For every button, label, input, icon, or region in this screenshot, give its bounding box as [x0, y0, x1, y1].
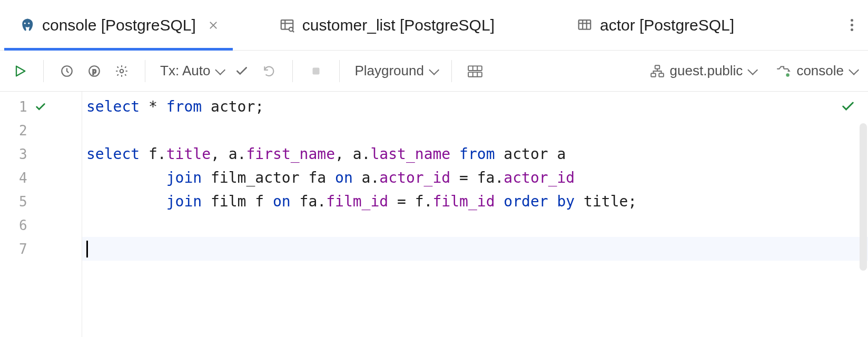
token: actor_id — [504, 169, 575, 186]
token — [86, 169, 166, 186]
token — [450, 145, 459, 163]
tabs-overflow-menu[interactable] — [851, 19, 853, 31]
code-line[interactable] — [82, 213, 868, 237]
history-button[interactable] — [55, 60, 78, 83]
tab-customer-list[interactable]: customer_list [PostgreSQL] — [264, 0, 509, 50]
svg-rect-14 — [659, 73, 664, 76]
svg-rect-13 — [651, 73, 656, 76]
gutter-line[interactable]: 4 — [0, 166, 82, 190]
playground-dropdown[interactable]: Playground — [351, 63, 440, 79]
text-caret — [86, 241, 88, 257]
token: fa. — [291, 193, 326, 210]
chevron-down-icon — [849, 64, 859, 75]
gutter-line[interactable]: 7 — [0, 237, 82, 261]
tab-label: console [PostgreSQL] — [42, 16, 196, 34]
run-button[interactable] — [8, 60, 32, 83]
gutter-line[interactable]: 1 — [0, 95, 82, 118]
query-toolbar: p Tx: Auto Playground guest.public — [0, 51, 868, 92]
tab-label: customer_list [PostgreSQL] — [302, 16, 495, 34]
separator — [43, 60, 44, 82]
table-icon — [577, 17, 593, 33]
editor-tabs-bar: console [PostgreSQL] customer_list [Post… — [0, 0, 868, 51]
statement-ok-icon — [35, 101, 46, 113]
token: on — [335, 169, 353, 186]
token: film_id — [326, 193, 388, 210]
chevron-down-icon — [215, 64, 226, 75]
session-dropdown[interactable]: console — [772, 63, 860, 79]
explain-plan-button[interactable]: p — [83, 60, 106, 83]
svg-point-0 — [24, 22, 26, 24]
token: from — [166, 98, 202, 115]
token: title; — [575, 193, 637, 210]
line-number: 6 — [19, 217, 27, 233]
separator — [145, 60, 145, 82]
gutter-line[interactable]: 2 — [0, 118, 82, 142]
token: on — [273, 193, 291, 210]
gutter-line[interactable]: 6 — [0, 213, 82, 237]
commit-button[interactable] — [230, 60, 253, 83]
token: , a. — [211, 145, 246, 163]
line-number: 2 — [19, 123, 27, 138]
line-number: 4 — [19, 170, 27, 186]
token: join — [166, 193, 202, 210]
sql-editor[interactable]: 1234567 select * from actor;select f.tit… — [0, 92, 868, 337]
chevron-down-icon — [429, 64, 439, 75]
rollback-button[interactable] — [258, 60, 281, 83]
svg-rect-10 — [468, 66, 482, 71]
datasource-icon — [775, 64, 791, 78]
token: select — [86, 145, 140, 163]
token: order by — [504, 193, 575, 210]
token: = fa. — [450, 169, 504, 186]
session-label: console — [796, 63, 844, 79]
editor-gutter: 1234567 — [0, 92, 82, 337]
code-line[interactable]: select * from actor; — [82, 95, 868, 118]
code-line[interactable]: join film f on fa.film_id = f.film_id or… — [82, 190, 868, 213]
token: f. — [140, 145, 166, 163]
svg-rect-11 — [468, 72, 482, 77]
schema-dropdown[interactable]: guest.public — [647, 63, 759, 79]
token: a. — [353, 169, 380, 186]
in-editor-results-button[interactable] — [463, 60, 487, 83]
token: film f — [202, 193, 273, 210]
token — [495, 193, 504, 210]
token: actor; — [202, 98, 264, 115]
inspection-ok-icon[interactable] — [841, 99, 855, 114]
svg-point-8 — [120, 69, 124, 73]
code-line[interactable]: join film_actor fa on a.actor_id = fa.ac… — [82, 166, 868, 190]
schema-label: guest.public — [670, 63, 743, 79]
tx-mode-label: Tx: Auto — [160, 63, 210, 79]
tab-console[interactable]: console [PostgreSQL] — [4, 0, 233, 50]
token: = f. — [388, 193, 432, 210]
svg-point-15 — [786, 73, 790, 76]
gutter-line[interactable]: 3 — [0, 142, 82, 166]
code-line[interactable] — [82, 118, 868, 142]
svg-point-1 — [28, 22, 29, 24]
table-search-icon — [279, 17, 295, 33]
gutter-line[interactable]: 5 — [0, 190, 82, 213]
token: from — [459, 145, 495, 163]
separator — [292, 60, 293, 82]
settings-button[interactable] — [110, 60, 133, 83]
editor-scrollbar[interactable] — [860, 123, 867, 271]
token: film_actor fa — [202, 169, 335, 186]
svg-point-3 — [289, 27, 293, 31]
token: * — [140, 98, 166, 115]
separator — [451, 60, 452, 82]
stop-button[interactable] — [304, 60, 328, 83]
svg-rect-12 — [655, 65, 659, 68]
tab-actor[interactable]: actor [PostgreSQL] — [562, 0, 749, 50]
close-icon[interactable] — [209, 21, 218, 30]
token — [86, 193, 166, 210]
svg-text:p: p — [92, 67, 96, 75]
svg-rect-9 — [313, 67, 320, 74]
line-number: 1 — [19, 99, 27, 115]
token: film_id — [432, 193, 495, 210]
code-line[interactable] — [82, 237, 868, 261]
postgres-icon — [19, 17, 35, 33]
tx-mode-dropdown[interactable]: Tx: Auto — [157, 63, 226, 79]
tab-label: actor [PostgreSQL] — [600, 16, 734, 34]
editor-code[interactable]: select * from actor;select f.title, a.fi… — [82, 92, 868, 337]
token: actor_id — [379, 169, 450, 186]
code-line[interactable]: select f.title, a.first_name, a.last_nam… — [82, 142, 868, 166]
separator — [339, 60, 340, 82]
